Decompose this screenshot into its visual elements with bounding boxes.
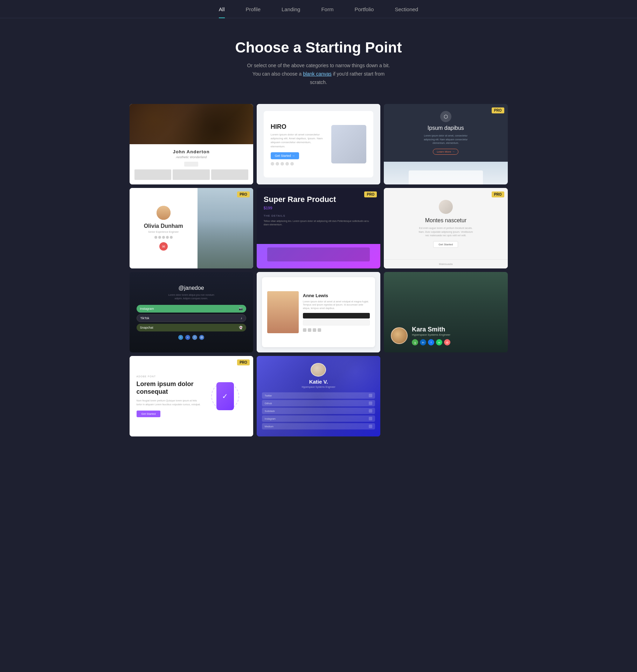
katie-links: Twitter Github Substack Instagram Medium [262, 392, 375, 429]
template-card-lorem-ipsum[interactable]: PRO ADOBE FONT Lorem ipsum dolor consequ… [130, 356, 253, 436]
pro-badge: PRO [237, 191, 250, 197]
olivia-icon-2 [158, 236, 161, 239]
linkedin-icon: in [420, 339, 426, 345]
super-label: THE DETAILS [264, 214, 373, 217]
montes-btn: Get Started [433, 241, 458, 248]
lorem-desc: Nam feugiat lorem pretium Quisque lorem … [137, 399, 201, 406]
twitter-icon [303, 328, 306, 332]
super-title: Super Rare Product [264, 195, 373, 204]
kara-social-icons: g in f w @ [412, 339, 450, 345]
hero-description: Or select one of the above categories to… [245, 62, 392, 86]
jane-desc: Lorem dolor lorem aliqua you non nondum … [167, 293, 216, 301]
olivia-bg-image [198, 188, 253, 268]
nav-item-profile[interactable]: Profile [246, 6, 261, 18]
lorem-title: Lorem ipsum dolor consequat [137, 380, 201, 396]
katie-link-twitter[interactable]: Twitter [262, 392, 375, 399]
super-desc: Tellus vitae adipiscing leo. Lorem ipsum… [264, 219, 373, 227]
hiro-icon-3 [281, 162, 284, 166]
montes-title: Montes nascetur [425, 217, 466, 224]
montes-footer: Malesuada [384, 259, 507, 268]
jane-link-instagram[interactable]: Instagram 📷 [137, 305, 246, 313]
olivia-avatar [157, 206, 171, 220]
hiro-cta: Get Started → [271, 152, 299, 159]
katie-link-medium[interactable]: Medium [262, 423, 375, 429]
template-card-hiro[interactable]: HIRO Lorem ipsum dolor sit amet consecte… [257, 104, 380, 184]
substack-icon [369, 409, 372, 413]
jane-links: Instagram 📷 TikTok ♪ Snapchat 👻 [137, 305, 246, 331]
katie-link-github[interactable]: Github [262, 400, 375, 406]
template-card-anne-lewis[interactable]: Anne Lewis Lorem ipsum dolor sit amet ut… [257, 272, 380, 352]
template-grid: John Anderton Aesthetic Wonderland HIRO … [126, 100, 511, 450]
facebook-icon: f [192, 335, 197, 340]
super-bottom-image [257, 244, 380, 268]
instagram-icon [369, 417, 372, 420]
jane-link-snapchat[interactable]: Snapchat 👻 [137, 324, 246, 331]
template-card-super-rare[interactable]: PRO Super Rare Product $199 THE DETAILS … [257, 188, 380, 268]
lorem-phone [216, 382, 234, 410]
template-card-kara-smith[interactable]: Kara Smith Hyperspace Systems Engineer g… [384, 272, 507, 352]
nav-item-all[interactable]: All [219, 6, 225, 18]
olivia-name: Olivia Dunham [144, 223, 183, 229]
jane-link-tiktok-label: TikTok [140, 316, 150, 320]
pro-badge: PRO [492, 107, 504, 113]
template-card-katie-v[interactable]: Katie V. Hyperspace Systems Engineer Twi… [257, 356, 380, 436]
template-card-olivia-dunham[interactable]: PRO Olivia Dunham Senior Experience Engi… [130, 188, 253, 268]
montes-avatar [439, 200, 453, 214]
katie-link-medium-label: Medium [265, 425, 274, 428]
nav-item-form[interactable]: Form [321, 6, 333, 18]
card-image-bottom [384, 162, 507, 185]
katie-title: Hyperspace Systems Engineer [302, 386, 335, 388]
lorem-category: ADOBE FONT [137, 375, 201, 378]
card-name: John Anderton [134, 149, 248, 154]
jane-link-tiktok[interactable]: TikTok ♪ [137, 314, 246, 322]
jane-social-icons: t v f @ [178, 335, 204, 340]
card-desc: Lorem ipsum dolor sit amet, consectetur … [420, 134, 472, 145]
card-title: Ipsum dapibus [428, 125, 464, 131]
template-card-janedoe[interactable]: @janedoe Lorem dolor lorem aliqua you no… [130, 272, 253, 352]
template-card-ipsum-dapibus[interactable]: PRO ⬡ Ipsum dapibus Lorem ipsum dolor si… [384, 104, 507, 184]
olivia-icon-4 [166, 236, 169, 239]
katie-link-twitter-label: Twitter [265, 394, 272, 397]
pro-badge: PRO [492, 191, 504, 197]
nav-item-landing[interactable]: Landing [282, 6, 300, 18]
olivia-icon-3 [162, 236, 165, 239]
main-nav: All Profile Landing Form Portfolio Secti… [0, 0, 637, 18]
email-icon: @ [199, 335, 204, 340]
kara-title: Hyperspace Systems Engineer [412, 333, 450, 336]
twitter-icon [369, 394, 372, 397]
hiro-title: HIRO [271, 123, 326, 131]
card-btn-placeholder [184, 162, 198, 167]
hiro-desc: Lorem ipsum dolor sit amet consectetur a… [271, 133, 326, 148]
nav-item-sectioned[interactable]: Sectioned [395, 6, 418, 18]
kara-avatar [391, 327, 408, 344]
blank-canvas-link[interactable]: blank canvas [303, 71, 332, 77]
anne-social-icons [303, 328, 370, 332]
lorem-cta: Get Started [137, 411, 161, 417]
facebook-icon [308, 328, 311, 332]
katie-link-instagram-label: Instagram [265, 418, 276, 420]
card-subtitle: Aesthetic Wonderland [134, 155, 248, 159]
hiro-icon-4 [285, 162, 289, 166]
katie-link-substack[interactable]: Substack [262, 408, 375, 414]
card-icon: ⬡ [440, 111, 451, 122]
snapchat-icon: 👻 [239, 326, 243, 329]
card-thumb-3 [211, 169, 248, 180]
nav-item-portfolio[interactable]: Portfolio [354, 6, 374, 18]
anne-name: Anne Lewis [303, 293, 370, 298]
template-card-john-anderton[interactable]: John Anderton Aesthetic Wonderland [130, 104, 253, 184]
instagram-icon: 📷 [239, 307, 243, 310]
card-thumb-1 [134, 169, 172, 180]
anne-field-2 [303, 320, 370, 326]
pro-badge: PRO [364, 191, 377, 197]
user-icon [313, 328, 316, 332]
super-price: $199 [264, 206, 373, 210]
katie-link-substack-label: Substack [265, 410, 275, 412]
template-card-montes-nascetur[interactable]: PRO Montes nascetur Est enim augue lorem… [384, 188, 507, 268]
katie-name: Katie V. [309, 379, 328, 385]
jane-link-snapchat-label: Snapchat [140, 326, 153, 329]
card-learn-btn: Learn More → [433, 149, 458, 155]
hiro-icon-2 [276, 162, 279, 166]
tiktok-icon: ♪ [241, 316, 242, 320]
medium-icon [369, 425, 372, 428]
katie-link-instagram[interactable]: Instagram [262, 415, 375, 422]
